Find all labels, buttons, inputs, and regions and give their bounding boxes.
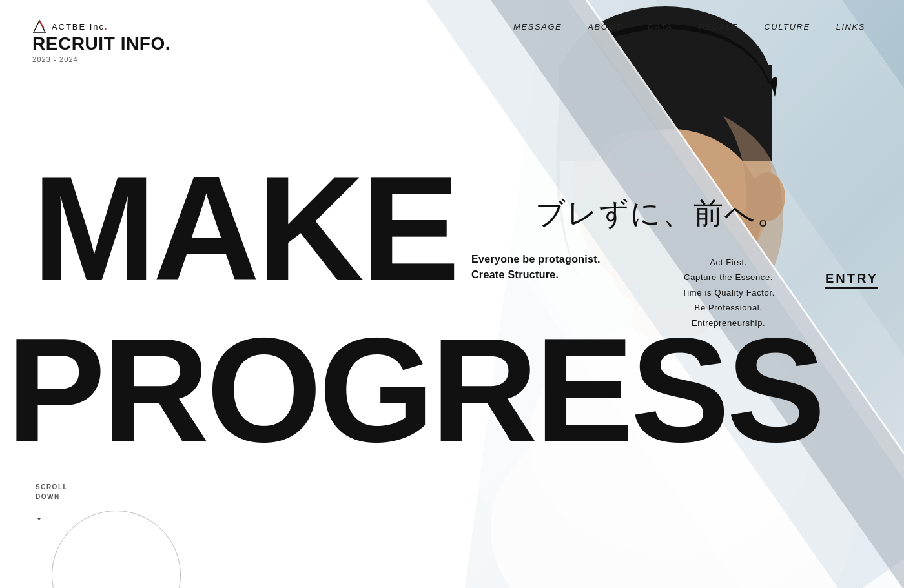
value-4: Be Professional. <box>682 300 775 315</box>
value-1: Act First. <box>682 255 775 270</box>
nav-message[interactable]: MESSAGE <box>513 22 562 32</box>
logo-area: ACTBE Inc. RECRUIT INFO. 2023 - 2024 <box>32 19 170 63</box>
nav-about[interactable]: ABOUT <box>588 22 622 32</box>
english-tagline: Everyone be protagonist. Create Structur… <box>471 252 601 283</box>
hero-word-progress: PROGRESS <box>6 316 823 465</box>
main-content: MAKE PROGRESS ブレずに、前へ。 Everyone be prota… <box>0 0 904 588</box>
japanese-tagline: ブレずに、前へ。 <box>535 194 788 234</box>
value-3: Time is Quality Factor. <box>682 285 775 300</box>
nav-links: MESSAGE ABOUT DATA PEOPLE CULTURE LINKS <box>513 19 865 32</box>
company-name: ACTBE Inc. <box>52 22 108 32</box>
scroll-down-text: SCROLL DOWN <box>36 482 68 502</box>
svg-line-12 <box>39 21 44 28</box>
entry-button[interactable]: ENTRY <box>825 271 878 289</box>
year-range: 2023 - 2024 <box>32 56 170 63</box>
navigation: ACTBE Inc. RECRUIT INFO. 2023 - 2024 MES… <box>0 0 904 65</box>
nav-data[interactable]: DATA <box>648 22 673 32</box>
values-list: Act First. Capture the Essence. Time is … <box>682 255 775 330</box>
value-5: Entrepreneurship. <box>682 316 775 330</box>
circle-decoration <box>52 511 181 588</box>
hero-word-make: MAKE <box>32 155 457 303</box>
site-title: RECRUIT INFO. <box>32 35 170 53</box>
nav-links[interactable]: LINKS <box>836 22 865 32</box>
nav-people[interactable]: PEOPLE <box>699 22 738 32</box>
tagline-line1: Everyone be protagonist. <box>471 252 601 267</box>
value-2: Capture the Essence. <box>682 270 775 285</box>
scroll-arrow-icon: ↓ <box>36 507 68 523</box>
logo-top: ACTBE Inc. <box>32 19 170 34</box>
nav-culture[interactable]: CULTURE <box>764 22 810 32</box>
tagline-line2: Create Structure. <box>471 267 601 283</box>
scroll-down: SCROLL DOWN ↓ <box>36 482 68 523</box>
logo-icon <box>32 19 46 34</box>
